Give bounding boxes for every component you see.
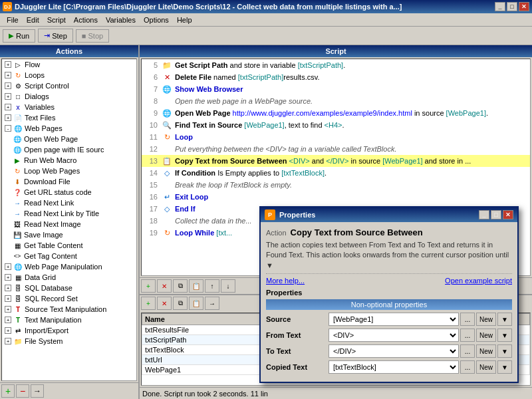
script-line-9[interactable]: 9 🌐 Open Web Page http://www.djuggler.co… [142,107,530,119]
expand-file-system[interactable]: + [5,338,11,344]
remove-action-btn[interactable]: − [16,384,29,398]
to-text-new-btn[interactable]: New [476,344,496,358]
tree-item-file-system[interactable]: + 📁 File System [2,336,136,346]
source-arrow-btn[interactable]: ▼ [497,313,512,326]
tree-item-web-pages[interactable]: - 🌐 Web Pages [2,123,136,134]
var-copy-btn[interactable]: ⧉ [173,297,188,310]
from-text-new-btn[interactable]: New [476,329,496,342]
tree-item-read-link-title[interactable]: → Read Next Link by Title [2,208,136,219]
dialog-close-btn[interactable]: ✕ [503,210,513,219]
stop-button[interactable]: ■ Stop [76,29,109,43]
expand-dialogs[interactable]: + [5,93,11,100]
tree-item-loop-web[interactable]: ↻ Loop Web Pages [2,166,136,176]
to-text-dots-btn[interactable]: ... [460,344,475,358]
source-select[interactable]: [WebPage1] [329,313,459,326]
tree-item-loops[interactable]: + ↻ Loops [2,70,136,80]
script-add-btn[interactable]: + [141,279,156,293]
tree-item-text-files[interactable]: + 📄 Text Files [2,112,136,123]
script-down-btn[interactable]: ↓ [221,279,235,293]
tree-item-download[interactable]: ⬇ Download File [2,176,136,187]
step-button[interactable]: ⇥ Step [38,29,73,43]
expand-text-manip[interactable]: + [5,317,11,323]
menu-actions[interactable]: Actions [70,15,102,25]
tree-item-source-text[interactable]: + T Source Text Manipulation [2,304,136,315]
expand-web-manip[interactable]: + [5,263,11,270]
var-add-btn[interactable]: + [141,297,156,310]
menu-edit[interactable]: Edit [23,15,43,25]
script-line-7[interactable]: 7 🌐 Show Web Browser [142,83,530,95]
script-line-11[interactable]: 11 ↻ Loop [142,131,530,143]
menu-file[interactable]: File [3,15,23,25]
script-line-6[interactable]: 6 ✕ Delete File named [txtScriptPath]res… [142,71,530,83]
tree-item-open-page-ie[interactable]: 🌐 Open page with IE sourc [2,144,136,155]
copied-text-select[interactable]: [txtTextBlock] [329,360,459,374]
expand-variables[interactable]: + [5,104,11,110]
copied-text-new-btn[interactable]: New [476,360,496,374]
tree-item-text-manip[interactable]: + T Text Manipulation [2,315,136,325]
script-line-15[interactable]: 15 Break the loop if TextBlock is empty. [142,179,530,191]
script-line-16[interactable]: 16 ↵ Exit Loop [142,191,530,203]
menu-script[interactable]: Script [43,15,70,25]
minimize-button[interactable]: _ [495,2,505,11]
tree-item-script-control[interactable]: + ⚙ Script Control [2,80,136,91]
menu-help[interactable]: Help [173,15,196,25]
tree-item-dialogs[interactable]: + □ Dialogs [2,91,136,102]
script-up-btn[interactable]: ↑ [205,279,219,293]
script-line-5[interactable]: 5 📁 Get Script Path and store in variabl… [142,59,530,71]
tree-item-url-status[interactable]: ❓ Get URL status code [2,187,136,198]
dialog-maximize-btn[interactable]: □ [491,210,501,219]
tree-item-run-macro[interactable]: ▶ Run Web Macro [2,155,136,166]
to-text-arrow-btn[interactable]: ▼ [497,344,512,358]
script-line-10[interactable]: 10 🔍 Find Text in Source [WebPage1], tex… [142,119,530,131]
menu-variables[interactable]: Variables [102,15,140,25]
expand-web-pages[interactable]: - [5,125,11,132]
tree-item-sql-db[interactable]: + 🗄 SQL Database [2,283,136,293]
var-del-btn[interactable]: ✕ [157,297,172,310]
expand-text-files[interactable]: + [5,114,11,121]
script-paste-btn[interactable]: 📋 [189,279,203,293]
copied-text-dots-btn[interactable]: ... [460,360,475,374]
tree-item-web-manip[interactable]: + 🌐 Web Page Manipulation [2,261,136,272]
script-line-8[interactable]: 8 Open the web page in a WebPage source. [142,95,530,107]
actions-tree[interactable]: + ▷ Flow + ↻ Loops + ⚙ Script Control + … [1,59,137,381]
script-copy-btn[interactable]: ⧉ [173,279,188,293]
expand-loops[interactable]: + [5,72,11,78]
menu-options[interactable]: Options [140,15,173,25]
expand-script[interactable]: + [5,82,11,89]
more-help-link[interactable]: More help... [266,277,305,285]
tree-item-flow[interactable]: + ▷ Flow [2,59,136,70]
tree-item-variables[interactable]: + x Variables [2,102,136,112]
source-dots-btn[interactable]: ... [460,313,475,326]
tree-item-import-export[interactable]: + ⇄ Import/Export [2,325,136,336]
tree-item-read-link[interactable]: → Read Next Link [2,198,136,208]
tree-item-save-image[interactable]: 💾 Save Image [2,229,136,240]
maximize-button[interactable]: □ [507,2,517,11]
tree-item-table-content[interactable]: ▦ Get Table Content [2,240,136,251]
tree-item-sql-record[interactable]: + 🗄 SQL Record Set [2,293,136,304]
expand-flow[interactable]: + [5,61,11,68]
var-paste-btn[interactable]: 📋 [189,297,203,310]
tree-item-read-image[interactable]: 🖼 Read Next Image [2,219,136,229]
move-action-btn[interactable]: → [31,384,44,398]
script-line-12[interactable]: 12 Put everything between the <DIV> tag … [142,143,530,155]
close-button[interactable]: ✕ [519,2,529,11]
from-text-dots-btn[interactable]: ... [460,329,475,342]
expand-data-grid[interactable]: + [5,274,11,281]
script-del-btn[interactable]: ✕ [157,279,172,293]
from-text-arrow-btn[interactable]: ▼ [497,329,512,342]
tree-item-open-web-page[interactable]: 🌐 Open Web Page [2,134,136,144]
open-example-link[interactable]: Open example script [445,277,512,285]
from-text-select[interactable]: <DIV> [329,329,459,342]
tree-item-data-grid[interactable]: + ▦ Data Grid [2,272,136,283]
expand-sql-db[interactable]: + [5,285,11,291]
run-button[interactable]: ▶ Run [3,29,35,43]
expand-source-text[interactable]: + [5,306,11,313]
var-move-btn[interactable]: → [205,297,219,310]
expand-import-export[interactable]: + [5,327,11,334]
to-text-select[interactable]: </DIV> [329,344,459,358]
script-line-14[interactable]: 14 ◇ If Condition Is Empty applies to [t… [142,167,530,179]
source-new-btn[interactable]: New [476,313,496,326]
add-action-btn[interactable]: + [1,384,15,398]
tree-item-tag-content[interactable]: <> Get Tag Content [2,251,136,261]
expand-sql-record[interactable]: + [5,295,11,302]
